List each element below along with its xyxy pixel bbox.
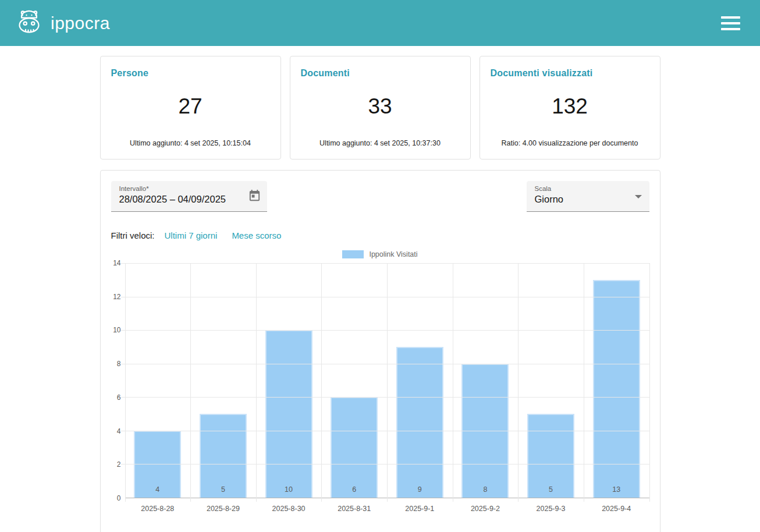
x-tick-label: 2025-8-31 bbox=[321, 505, 387, 513]
y-tick-label: 8 bbox=[117, 360, 121, 368]
bar-2025-8-31[interactable] bbox=[331, 397, 378, 498]
chart-x-axis: 2025-8-282025-8-292025-8-302025-8-312025… bbox=[125, 498, 649, 516]
card-footer: Ultimo aggiunto: 4 set 2025, 10:15:04 bbox=[101, 139, 280, 147]
hamburger-menu-button[interactable] bbox=[721, 16, 740, 30]
card-title: Documenti visualizzati bbox=[491, 68, 649, 79]
stat-card-persone: Persone 27 Ultimo aggiunto: 4 set 2025, … bbox=[100, 56, 281, 159]
bar-2025-9-4[interactable] bbox=[593, 280, 640, 498]
quick-filter-last-month[interactable]: Mese scorso bbox=[232, 230, 281, 240]
gridline-horizontal bbox=[121, 364, 649, 364]
quick-filters-row: Filtri veloci: Ultimi 7 giorni Mese scor… bbox=[111, 230, 649, 240]
gridline-vertical bbox=[125, 263, 126, 502]
x-tick-label: 2025-9-1 bbox=[387, 505, 453, 513]
scale-select-value[interactable]: Giorno bbox=[535, 194, 641, 205]
card-title: Persone bbox=[111, 68, 270, 79]
card-title: Documenti bbox=[301, 68, 460, 79]
bar-2025-8-30[interactable] bbox=[265, 330, 312, 498]
gridline-horizontal bbox=[121, 431, 649, 431]
y-tick-label: 0 bbox=[117, 494, 121, 502]
hamburger-bar bbox=[721, 16, 740, 19]
gridline-horizontal bbox=[121, 263, 649, 264]
hippo-logo-icon bbox=[15, 9, 43, 37]
chart-y-axis: 02468101214 bbox=[111, 263, 125, 498]
stat-card-documenti: Documenti 33 Ultimo aggiunto: 4 set 2025… bbox=[290, 56, 471, 159]
y-tick-label: 14 bbox=[113, 259, 120, 267]
y-tick-label: 6 bbox=[117, 393, 121, 402]
filters-row: Intervallo* 28/08/2025 – 04/09/2025 Scal… bbox=[111, 181, 649, 212]
gridline-vertical bbox=[649, 263, 650, 502]
y-tick-label: 12 bbox=[113, 293, 120, 301]
app-header: ippocra bbox=[0, 0, 760, 46]
interval-field[interactable]: Intervallo* 28/08/2025 – 04/09/2025 bbox=[111, 181, 267, 212]
gridline-horizontal bbox=[121, 464, 649, 464]
quick-filters-label: Filtri veloci: bbox=[111, 230, 155, 240]
stat-cards-row: Persone 27 Ultimo aggiunto: 4 set 2025, … bbox=[100, 56, 660, 159]
bar-value-label: 9 bbox=[387, 485, 453, 494]
gridline-horizontal bbox=[121, 397, 649, 398]
scale-select[interactable]: Scala Giorno bbox=[527, 181, 649, 212]
y-tick-label: 2 bbox=[117, 460, 121, 469]
card-footer: Ultimo aggiunto: 4 set 2025, 10:37:30 bbox=[290, 139, 470, 147]
x-tick-label: 2025-8-28 bbox=[125, 505, 191, 513]
brand-title: ippocra bbox=[51, 13, 110, 33]
bar-value-label: 5 bbox=[190, 485, 256, 494]
card-value: 33 bbox=[301, 94, 460, 119]
gridline-horizontal bbox=[121, 297, 649, 297]
interval-field-label: Intervallo* bbox=[119, 185, 259, 192]
bar-value-label: 4 bbox=[125, 485, 191, 494]
x-tick-label: 2025-9-3 bbox=[518, 505, 584, 513]
calendar-icon[interactable] bbox=[248, 189, 261, 203]
card-value: 27 bbox=[111, 94, 270, 119]
hamburger-bar bbox=[721, 22, 740, 24]
legend-label: Ippolink Visitati bbox=[369, 250, 417, 258]
card-value: 132 bbox=[491, 94, 649, 119]
gridline-vertical bbox=[518, 263, 518, 502]
gridline-horizontal bbox=[121, 330, 649, 331]
bar-value-label: 8 bbox=[453, 485, 518, 494]
scale-select-label: Scala bbox=[535, 185, 641, 192]
gridline-vertical bbox=[190, 263, 191, 502]
bar-value-label: 5 bbox=[518, 485, 584, 494]
chart-legend: Ippolink Visitati bbox=[111, 250, 649, 258]
legend-swatch bbox=[342, 250, 364, 258]
chart-plot: 4510698513 bbox=[125, 263, 649, 498]
gridline-vertical bbox=[584, 263, 584, 502]
x-tick-label: 2025-8-30 bbox=[256, 505, 322, 513]
stat-card-documenti-visualizzati: Documenti visualizzati 132 Ratio: 4.00 v… bbox=[480, 56, 660, 159]
y-tick-label: 10 bbox=[113, 326, 120, 334]
chevron-down-icon bbox=[635, 195, 642, 198]
y-tick-label: 4 bbox=[117, 427, 121, 435]
gridline-vertical bbox=[321, 263, 322, 502]
gridline-vertical bbox=[453, 263, 453, 502]
card-footer: Ratio: 4.00 visualizzazione per document… bbox=[480, 139, 660, 147]
bar-chart: 02468101214 4510698513 bbox=[111, 263, 649, 498]
bar-value-label: 13 bbox=[584, 485, 649, 494]
x-tick-label: 2025-9-2 bbox=[453, 505, 518, 513]
hamburger-bar bbox=[721, 28, 740, 30]
interval-field-value[interactable]: 28/08/2025 – 04/09/2025 bbox=[119, 194, 259, 205]
bar-2025-9-1[interactable] bbox=[396, 347, 443, 498]
quick-filter-last-7-days[interactable]: Ultimi 7 giorni bbox=[165, 230, 218, 240]
x-tick-label: 2025-9-4 bbox=[584, 505, 649, 513]
chart-card: Intervallo* 28/08/2025 – 04/09/2025 Scal… bbox=[100, 170, 660, 532]
bar-value-label: 6 bbox=[321, 485, 387, 494]
brand: ippocra bbox=[15, 9, 110, 37]
x-tick-label: 2025-8-29 bbox=[190, 505, 256, 513]
gridline-vertical bbox=[256, 263, 257, 502]
bar-value-label: 10 bbox=[256, 485, 322, 494]
gridline-vertical bbox=[387, 263, 388, 502]
